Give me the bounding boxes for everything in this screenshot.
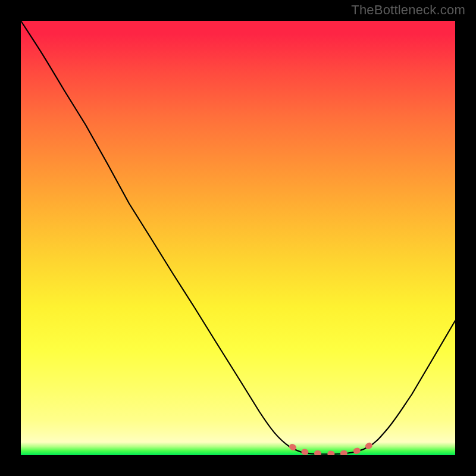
- bottleneck-curve: [21, 21, 455, 455]
- optimal-range-dots: [292, 444, 371, 454]
- chart-svg: [21, 21, 455, 455]
- chart-frame: TheBottleneck.com: [0, 0, 476, 476]
- plot-area: [21, 21, 455, 455]
- watermark-text: TheBottleneck.com: [351, 2, 465, 18]
